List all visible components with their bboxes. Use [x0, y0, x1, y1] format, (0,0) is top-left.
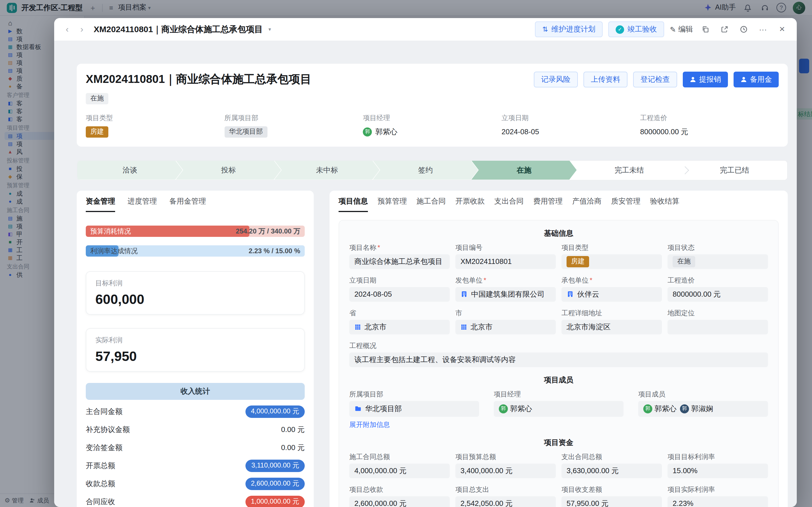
contractor-unit-input[interactable]: 伙伴云: [561, 287, 662, 301]
summary-field-project-cost: 工程造价 8000000.00 元: [640, 113, 779, 137]
project-type-tag: 房建: [566, 256, 589, 267]
tab-progress-management[interactable]: 进度管理: [127, 196, 157, 212]
construction-contract-total-input[interactable]: 4,000,000.00 元: [349, 463, 450, 478]
amount-pill: 4,000,000.00 元: [245, 405, 305, 417]
tab-invoicing-collection[interactable]: 开票收款: [455, 196, 485, 212]
field-total-received: 项目总收款 2,600,000.00 元: [349, 485, 450, 507]
field-actual-profit-rate: 项目实际利润率 2.23%: [667, 485, 768, 507]
project-status-input[interactable]: 在施: [667, 254, 768, 269]
share-icon: [720, 25, 728, 33]
share-button[interactable]: [718, 22, 731, 36]
record-risk-button[interactable]: 记录风险: [534, 72, 578, 88]
project-manager-input[interactable]: 郭郭紫心: [494, 401, 624, 416]
member-chip[interactable]: 郭郭紫心: [643, 403, 676, 414]
detailed-address-input[interactable]: 北京市海淀区: [561, 320, 662, 334]
row-contract-receivable: 合同应收 1,000,000.00 元: [86, 496, 305, 507]
pencil-icon: ✎: [670, 25, 676, 34]
field-contractor-unit: 承包单位 伙伴云: [561, 276, 662, 301]
start-date-input[interactable]: 2024-08-05: [349, 287, 450, 301]
project-name-input[interactable]: 商业综合体施工总承包项目: [349, 254, 450, 269]
stage-finished-settled[interactable]: 完工已结: [682, 160, 787, 180]
project-stage-stepper: 洽谈 投标 未中标 签约 在施 完工未结 完工已结: [77, 160, 788, 180]
submit-expense-button[interactable]: 提报销: [683, 72, 728, 88]
balance-input[interactable]: 57,950.00 元: [561, 496, 662, 507]
building-icon: [566, 290, 574, 298]
project-cost-input[interactable]: 8000000.00 元: [667, 287, 768, 301]
member-chip[interactable]: 郭郭淑娴: [680, 403, 713, 414]
expense-contract-total-input[interactable]: 3,630,000.00 元: [561, 463, 662, 478]
amount-pill: 2,600,000.00 元: [245, 477, 305, 490]
department-input[interactable]: 华北项目部: [349, 401, 479, 416]
field-project-cost: 工程造价 8000000.00 元: [667, 276, 768, 301]
field-total-expense: 项目总支出 2,542,050.00 元: [455, 485, 556, 507]
expand-additional-info-link[interactable]: 展开附加信息: [349, 420, 479, 430]
field-map-location: 地图定位: [667, 308, 768, 334]
petty-cash-button[interactable]: 备用金: [734, 72, 779, 88]
folder-icon: [355, 405, 362, 412]
stage-not-won[interactable]: 未中标: [274, 160, 379, 180]
tab-fund-management[interactable]: 资金管理: [86, 196, 115, 212]
summary-field-department: 所属项目部 华北项目部: [224, 113, 363, 137]
tab-project-info[interactable]: 项目信息: [338, 196, 368, 212]
stage-signed[interactable]: 签约: [373, 160, 478, 180]
back-icon[interactable]: ‹: [62, 24, 72, 35]
tab-petty-cash-management[interactable]: 备用金管理: [169, 196, 206, 212]
tab-output-negotiation[interactable]: 产值洽商: [572, 196, 601, 212]
income-statistics-button[interactable]: 收入统计: [86, 383, 305, 400]
forward-icon[interactable]: ›: [77, 24, 87, 35]
history-button[interactable]: [737, 22, 751, 36]
tab-expense-contract[interactable]: 支出合同: [494, 196, 524, 212]
project-overview-input[interactable]: 该工程主要包括土建工程、设备安装和调试等内容: [349, 352, 768, 367]
status-tag: 在施: [672, 256, 695, 267]
tab-budget-management[interactable]: 预算管理: [378, 196, 407, 212]
summary-field-start-date: 立项日期 2024-08-05: [502, 113, 640, 137]
target-profit-rate-input[interactable]: 15.00%: [667, 463, 768, 478]
more-actions-button[interactable]: ···: [756, 22, 770, 36]
completion-acceptance-button[interactable]: ✓竣工验收: [608, 21, 664, 37]
sort-icon: ⇅: [542, 25, 548, 33]
map-location-input[interactable]: [667, 320, 768, 334]
city-input[interactable]: 北京市: [455, 320, 556, 334]
field-balance: 项目收支差额 57,950.00 元: [561, 485, 662, 507]
project-type-input[interactable]: 房建: [561, 254, 662, 269]
close-icon[interactable]: ×: [775, 22, 789, 36]
field-project-code: 项目编号 XM2024110801: [455, 243, 556, 269]
budget-consumption-bar: 预算消耗情况 254.20 万 / 340.00 万: [86, 225, 305, 237]
avatar: 郭: [680, 404, 689, 413]
amount-pill: 3,110,000.00 元: [246, 459, 305, 472]
actual-profit-rate-input[interactable]: 2.23%: [667, 496, 768, 507]
stage-negotiation[interactable]: 洽谈: [77, 160, 182, 180]
field-detailed-address: 工程详细地址 北京市海淀区: [561, 308, 662, 334]
chevron-down-icon[interactable]: ▾: [269, 26, 271, 32]
member-chip[interactable]: 郭郭紫心: [499, 403, 532, 414]
stage-finished-unsettled[interactable]: 完工未结: [577, 160, 682, 180]
tab-quality-safety[interactable]: 质安管理: [611, 196, 641, 212]
target-profit-value: 600,000: [95, 291, 295, 307]
project-members-input[interactable]: 郭郭紫心 郭郭淑娴: [638, 401, 768, 416]
project-code-input[interactable]: XM2024110801: [455, 254, 556, 269]
tab-fee-management[interactable]: 费用管理: [533, 196, 562, 212]
avatar: 郭: [499, 404, 508, 413]
register-inspection-button[interactable]: 登记检查: [633, 72, 677, 88]
upload-document-button[interactable]: 上传资料: [584, 72, 628, 88]
tab-acceptance-settlement[interactable]: 验收结算: [650, 196, 680, 212]
copy-button[interactable]: [699, 22, 712, 36]
tab-construction-contract[interactable]: 施工合同: [417, 196, 446, 212]
province-input[interactable]: 北京市: [349, 320, 450, 334]
row-received-total: 收款总额 2,600,000.00 元: [86, 477, 305, 490]
field-budget-total: 项目预算总额 3,400,000.00 元: [455, 452, 556, 478]
person-icon: [740, 76, 747, 83]
person-icon: [690, 76, 696, 83]
target-profit-card: 目标利润 600,000: [86, 271, 305, 315]
total-expense-input[interactable]: 2,542,050.00 元: [455, 496, 556, 507]
stage-bidding[interactable]: 投标: [176, 160, 281, 180]
budget-total-input[interactable]: 3,400,000.00 元: [455, 463, 556, 478]
total-received-input[interactable]: 2,600,000.00 元: [349, 496, 450, 507]
stage-in-construction-active[interactable]: 在施: [472, 160, 577, 180]
employer-unit-input[interactable]: 中国建筑集团有限公司: [455, 287, 556, 301]
project-summary-card: XM2024110801｜商业综合体施工总承包项目 记录风险 上传资料 登记检查…: [77, 64, 788, 146]
edit-button[interactable]: ✎编辑: [670, 24, 693, 35]
maintain-schedule-button[interactable]: ⇅维护进度计划: [535, 21, 603, 37]
field-target-profit-rate: 项目目标利润率 15.00%: [667, 452, 768, 478]
summary-field-project-type: 项目类型 房建: [86, 113, 224, 137]
